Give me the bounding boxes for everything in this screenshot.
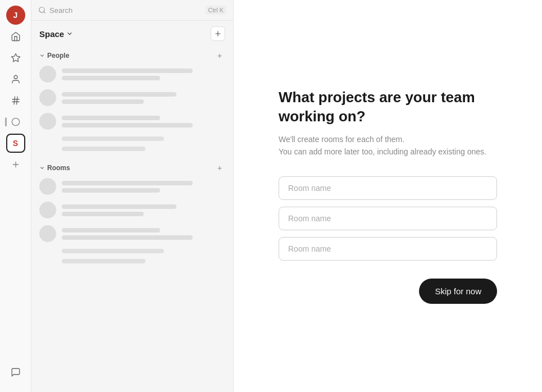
skeleton-room-avatar-1 [39,178,56,195]
svg-line-10 [44,12,45,13]
starred-nav-item[interactable] [6,48,25,67]
people-section-toggle[interactable]: People [39,52,69,60]
skeleton-room-lines-2 [62,204,225,216]
subtitle: We'll create rooms for each of them. You… [279,133,497,158]
skeleton-line [62,181,193,185]
actions-row: Skip for now [279,279,497,304]
rooms-section-toggle[interactable]: Rooms [39,164,70,172]
search-bar[interactable]: Ctrl K [31,0,233,21]
skeleton-line [62,116,160,120]
skeleton-lines-2 [62,92,225,104]
channels-nav-item[interactable] [6,91,25,110]
search-icon [38,6,46,14]
skeleton-person-1 [39,66,225,83]
subtitle-line1: We'll create rooms for each of them. [279,133,497,145]
skeleton-lines-3 [62,116,225,127]
skeleton-line [62,76,160,80]
sidebar: Ctrl K Space People + [31,0,234,392]
skeleton-room-lines-3 [62,228,225,240]
search-shortcut: Ctrl K [206,6,227,15]
skeleton-room-lone-2 [62,259,145,263]
rooms-skeleton-list [31,176,233,271]
skeleton-room-1 [39,178,225,195]
page-title: What projects are your team working on? [279,88,497,126]
svg-point-1 [14,75,17,79]
skeleton-room-avatar-2 [39,202,56,218]
skeleton-avatar-3 [39,113,56,130]
rooms-label: Rooms [47,164,70,172]
skeleton-lone-1 [62,136,164,141]
skeleton-room-2 [39,202,225,218]
skeleton-line [62,92,176,97]
icon-bar: J S [0,0,31,392]
skeleton-avatar-1 [39,66,56,83]
people-label: People [47,52,69,60]
sidebar-header: Space [31,21,233,44]
svg-line-5 [16,97,17,104]
main-content: What projects are your team working on? … [234,0,542,392]
search-input[interactable] [49,6,202,15]
add-space-button[interactable] [6,155,25,174]
svg-marker-0 [11,54,20,62]
people-section-header: People + [31,47,233,63]
skeleton-line [62,188,160,193]
rooms-section-header: Rooms + [31,159,233,176]
svg-line-4 [14,97,15,104]
skip-for-now-button[interactable]: Skip for now [419,279,497,304]
skeleton-line [62,235,193,240]
people-add-button[interactable]: + [214,50,225,61]
skeleton-person-2 [39,89,225,106]
space-title[interactable]: Space [39,29,73,39]
home-nav-item[interactable] [6,27,25,46]
sidebar-content: People + [31,44,233,392]
skeleton-line [62,204,176,209]
skeleton-room-3 [39,225,225,242]
skeleton-room-lone-1 [62,249,164,253]
room-name-input-3[interactable] [279,237,497,261]
profile-nav-item[interactable] [6,70,25,89]
skeleton-room-avatar-3 [39,225,56,242]
people-skeleton-list [31,63,233,159]
skeleton-lone-2 [62,147,145,151]
expand-icon[interactable] [6,112,25,131]
subtitle-line2: You can add more later too, including al… [279,145,497,158]
svg-point-6 [12,118,19,125]
skeleton-lines-1 [62,69,225,80]
active-space-item[interactable]: S [6,134,25,153]
user-avatar[interactable]: J [6,6,25,25]
room-inputs-container [279,176,497,261]
messages-icon[interactable] [6,363,25,382]
room-name-input-2[interactable] [279,207,497,230]
skeleton-line [62,99,144,104]
skeleton-line [62,228,160,233]
add-space-plus-button[interactable] [211,26,225,41]
rooms-add-button[interactable]: + [214,162,225,174]
skeleton-avatar-2 [39,89,56,106]
skeleton-person-3 [39,113,225,130]
skeleton-line [62,69,193,73]
room-name-input-1[interactable] [279,176,497,200]
skeleton-line [62,123,193,127]
skeleton-line [62,212,144,216]
skeleton-room-lines-1 [62,181,225,193]
